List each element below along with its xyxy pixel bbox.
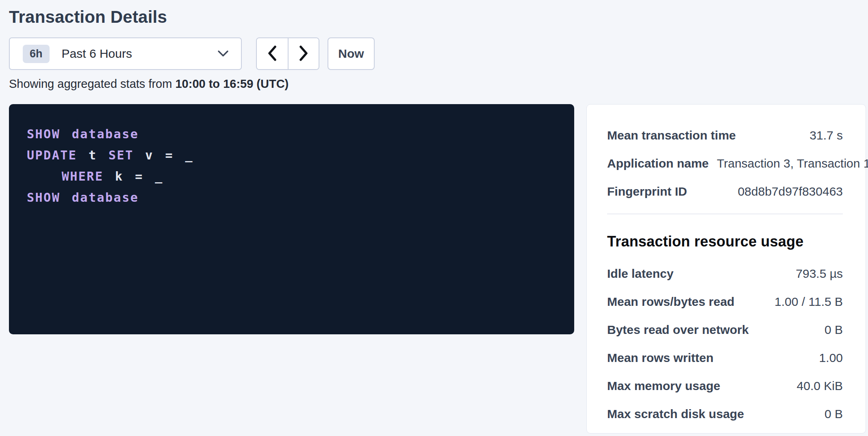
- sql-text: v = _: [134, 148, 193, 162]
- sql-keyword: WHERE: [62, 169, 104, 183]
- resource-row-label: Mean rows/bytes read: [607, 294, 734, 310]
- sql-keyword: SHOW database: [27, 127, 139, 141]
- page-title: Transaction Details: [9, 7, 868, 27]
- summary-row-value: 08d8b7d97f830463: [738, 183, 843, 200]
- resource-usage-heading: Transaction resource usage: [607, 233, 843, 250]
- time-range-label: Past 6 Hours: [62, 47, 132, 61]
- sql-keyword: SET: [108, 148, 134, 162]
- sql-line: SHOW database: [27, 124, 556, 145]
- now-button[interactable]: Now: [328, 37, 375, 70]
- time-range-badge: 6h: [23, 45, 50, 63]
- aggregated-stats-caption: Showing aggregated stats from 10:00 to 1…: [9, 77, 868, 91]
- stats-caption-prefix: Showing aggregated stats from: [9, 77, 175, 90]
- sql-text: t: [77, 148, 108, 162]
- summary-row-fingerprint-id: Fingerprint ID 08d8b7d97f830463: [607, 183, 843, 200]
- sql-line: WHERE k = _: [27, 166, 556, 187]
- resource-row-label: Max memory usage: [607, 378, 720, 394]
- resource-row-label: Mean rows written: [607, 350, 714, 366]
- resource-row-value: 0 B: [825, 406, 843, 422]
- chevron-left-icon: [268, 46, 277, 62]
- time-range-dropdown[interactable]: 6h Past 6 Hours: [9, 37, 242, 70]
- resource-row-value: 40.0 KiB: [797, 378, 843, 394]
- resource-row-label: Bytes read over network: [607, 322, 749, 338]
- time-window-arrows: [256, 37, 319, 70]
- sql-text: k = _: [104, 169, 163, 183]
- summary-row-label: Mean transaction time: [607, 127, 736, 144]
- previous-time-window-button[interactable]: [257, 38, 288, 69]
- sql-keyword: UPDATE: [27, 148, 77, 162]
- summary-row-value: Transaction 3, Transaction 1: [717, 155, 868, 172]
- next-time-window-button[interactable]: [288, 38, 319, 69]
- card-divider: [607, 214, 843, 214]
- transaction-details-page: Transaction Details 6h Past 6 Hours: [0, 0, 868, 436]
- chevron-down-icon: [217, 50, 229, 57]
- summary-row-mean-transaction-time: Mean transaction time 31.7 s: [607, 127, 843, 144]
- chevron-right-icon: [299, 46, 308, 62]
- resource-row-label: Max scratch disk usage: [607, 406, 744, 422]
- resource-row-bytes-read-over-network: Bytes read over network 0 B: [607, 322, 843, 338]
- resource-row-mean-rows-written: Mean rows written 1.00: [607, 350, 843, 366]
- resource-row-value: 0 B: [825, 322, 843, 338]
- sql-line: UPDATE t SET v = _: [27, 145, 556, 166]
- resource-row-idle-latency: Idle latency 793.5 µs: [607, 266, 843, 282]
- resource-row-value: 793.5 µs: [796, 266, 843, 282]
- transaction-summary-card: Mean transaction time 31.7 s Application…: [586, 104, 866, 434]
- resource-row-max-scratch-disk-usage: Max scratch disk usage 0 B: [607, 406, 843, 422]
- details-content: SHOW database UPDATE t SET v = _ WHERE k…: [9, 104, 868, 434]
- sql-statement-box: SHOW database UPDATE t SET v = _ WHERE k…: [9, 104, 574, 334]
- resource-row-label: Idle latency: [607, 266, 673, 282]
- summary-row-label: Fingerprint ID: [607, 183, 687, 200]
- summary-row-value: 31.7 s: [809, 127, 843, 144]
- summary-row-label: Application name: [607, 155, 709, 172]
- sql-indent: [27, 169, 62, 183]
- time-controls: 6h Past 6 Hours: [9, 37, 868, 70]
- resource-row-value: 1.00: [819, 350, 843, 366]
- resource-row-mean-rows-bytes-read: Mean rows/bytes read 1.00 / 11.5 B: [607, 294, 843, 310]
- resource-row-value: 1.00 / 11.5 B: [775, 294, 843, 310]
- stats-caption-range: 10:00 to 16:59 (UTC): [175, 77, 289, 90]
- summary-row-application-name: Application name Transaction 3, Transact…: [607, 155, 843, 172]
- resource-row-max-memory-usage: Max memory usage 40.0 KiB: [607, 378, 843, 394]
- sql-line: SHOW database: [27, 187, 556, 208]
- sql-keyword: SHOW database: [27, 190, 139, 205]
